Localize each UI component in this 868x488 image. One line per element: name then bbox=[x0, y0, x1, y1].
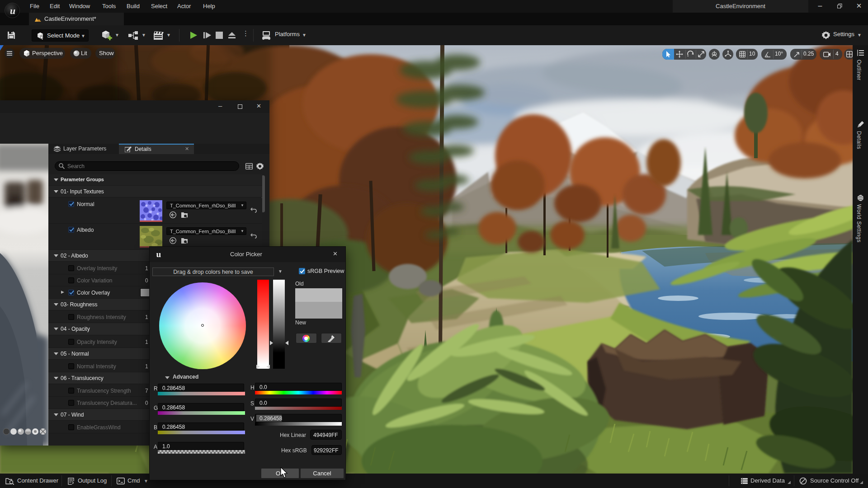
svg-text:u: u bbox=[10, 5, 15, 16]
svg-text:u: u bbox=[156, 249, 161, 259]
